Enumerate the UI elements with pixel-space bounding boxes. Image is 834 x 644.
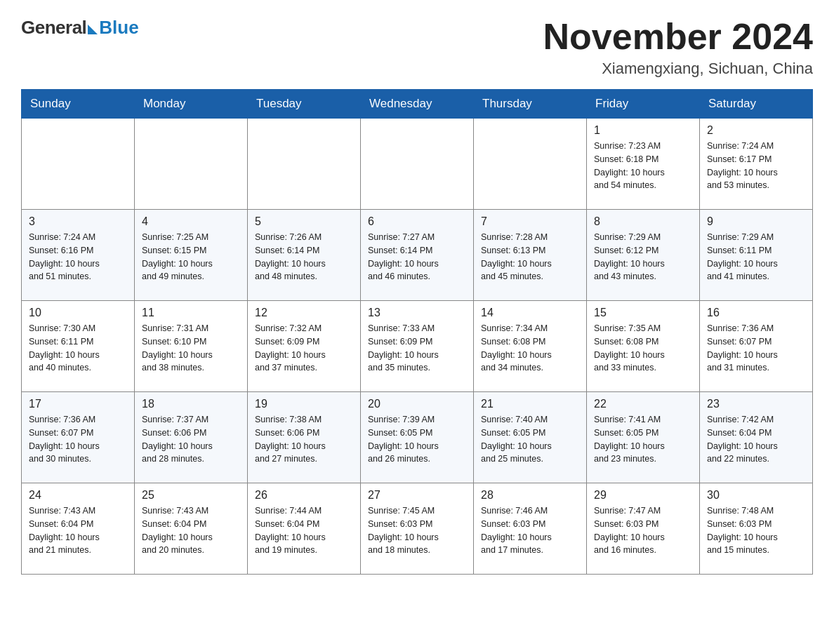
- logo-blue-text: Blue: [99, 17, 138, 39]
- day-info: Sunrise: 7:38 AM Sunset: 6:06 PM Dayligh…: [255, 413, 353, 466]
- page-title: November 2024: [543, 17, 813, 57]
- calendar-header-monday: Monday: [135, 90, 248, 119]
- calendar-cell: [22, 119, 135, 210]
- calendar-cell: 12Sunrise: 7:32 AM Sunset: 6:09 PM Dayli…: [248, 301, 361, 392]
- day-number: 29: [594, 489, 692, 502]
- day-number: 15: [594, 307, 692, 319]
- calendar-table: SundayMondayTuesdayWednesdayThursdayFrid…: [21, 89, 813, 575]
- calendar-cell: 6Sunrise: 7:27 AM Sunset: 6:14 PM Daylig…: [361, 210, 474, 301]
- day-info: Sunrise: 7:30 AM Sunset: 6:11 PM Dayligh…: [29, 322, 127, 375]
- calendar-week-row: 17Sunrise: 7:36 AM Sunset: 6:07 PM Dayli…: [22, 392, 813, 483]
- day-number: 28: [481, 489, 579, 502]
- calendar-week-row: 1Sunrise: 7:23 AM Sunset: 6:18 PM Daylig…: [22, 119, 813, 210]
- calendar-cell: 25Sunrise: 7:43 AM Sunset: 6:04 PM Dayli…: [135, 483, 248, 575]
- day-number: 20: [368, 398, 466, 410]
- day-number: 9: [707, 215, 805, 228]
- day-info: Sunrise: 7:48 AM Sunset: 6:03 PM Dayligh…: [707, 504, 805, 557]
- day-number: 1: [594, 124, 692, 137]
- calendar-cell: [361, 119, 474, 210]
- day-info: Sunrise: 7:41 AM Sunset: 6:05 PM Dayligh…: [594, 413, 692, 466]
- calendar-cell: 20Sunrise: 7:39 AM Sunset: 6:05 PM Dayli…: [361, 392, 474, 483]
- calendar-cell: 21Sunrise: 7:40 AM Sunset: 6:05 PM Dayli…: [474, 392, 587, 483]
- day-number: 12: [255, 307, 353, 319]
- day-info: Sunrise: 7:23 AM Sunset: 6:18 PM Dayligh…: [594, 140, 692, 192]
- calendar-header-tuesday: Tuesday: [248, 90, 361, 119]
- day-number: 2: [707, 124, 805, 137]
- calendar-header-wednesday: Wednesday: [361, 90, 474, 119]
- day-info: Sunrise: 7:29 AM Sunset: 6:11 PM Dayligh…: [707, 231, 805, 283]
- day-number: 14: [481, 307, 579, 319]
- calendar-cell: 27Sunrise: 7:45 AM Sunset: 6:03 PM Dayli…: [361, 483, 474, 575]
- day-number: 21: [481, 398, 579, 410]
- calendar-cell: 13Sunrise: 7:33 AM Sunset: 6:09 PM Dayli…: [361, 301, 474, 392]
- calendar-header-saturday: Saturday: [700, 90, 813, 119]
- calendar-cell: 4Sunrise: 7:25 AM Sunset: 6:15 PM Daylig…: [135, 210, 248, 301]
- calendar-cell: 18Sunrise: 7:37 AM Sunset: 6:06 PM Dayli…: [135, 392, 248, 483]
- day-info: Sunrise: 7:25 AM Sunset: 6:15 PM Dayligh…: [142, 231, 240, 283]
- day-info: Sunrise: 7:24 AM Sunset: 6:17 PM Dayligh…: [707, 140, 805, 192]
- day-number: 23: [707, 398, 805, 410]
- calendar-week-row: 10Sunrise: 7:30 AM Sunset: 6:11 PM Dayli…: [22, 301, 813, 392]
- calendar-cell: 5Sunrise: 7:26 AM Sunset: 6:14 PM Daylig…: [248, 210, 361, 301]
- calendar-cell: 11Sunrise: 7:31 AM Sunset: 6:10 PM Dayli…: [135, 301, 248, 392]
- calendar-cell: 9Sunrise: 7:29 AM Sunset: 6:11 PM Daylig…: [700, 210, 813, 301]
- day-info: Sunrise: 7:43 AM Sunset: 6:04 PM Dayligh…: [29, 504, 127, 557]
- day-info: Sunrise: 7:36 AM Sunset: 6:07 PM Dayligh…: [707, 322, 805, 375]
- day-info: Sunrise: 7:47 AM Sunset: 6:03 PM Dayligh…: [594, 504, 692, 557]
- day-info: Sunrise: 7:29 AM Sunset: 6:12 PM Dayligh…: [594, 231, 692, 283]
- calendar-header-sunday: Sunday: [22, 90, 135, 119]
- day-info: Sunrise: 7:45 AM Sunset: 6:03 PM Dayligh…: [368, 504, 466, 557]
- day-number: 25: [142, 489, 240, 502]
- calendar-cell: 26Sunrise: 7:44 AM Sunset: 6:04 PM Dayli…: [248, 483, 361, 575]
- day-info: Sunrise: 7:27 AM Sunset: 6:14 PM Dayligh…: [368, 231, 466, 283]
- calendar-cell: 28Sunrise: 7:46 AM Sunset: 6:03 PM Dayli…: [474, 483, 587, 575]
- calendar-cell: 15Sunrise: 7:35 AM Sunset: 6:08 PM Dayli…: [587, 301, 700, 392]
- day-info: Sunrise: 7:32 AM Sunset: 6:09 PM Dayligh…: [255, 322, 353, 375]
- day-info: Sunrise: 7:40 AM Sunset: 6:05 PM Dayligh…: [481, 413, 579, 466]
- day-number: 11: [142, 307, 240, 319]
- day-info: Sunrise: 7:44 AM Sunset: 6:04 PM Dayligh…: [255, 504, 353, 557]
- day-number: 30: [707, 489, 805, 502]
- day-number: 19: [255, 398, 353, 410]
- day-info: Sunrise: 7:31 AM Sunset: 6:10 PM Dayligh…: [142, 322, 240, 375]
- day-number: 8: [594, 215, 692, 228]
- calendar-cell: 10Sunrise: 7:30 AM Sunset: 6:11 PM Dayli…: [22, 301, 135, 392]
- page-header: General Blue November 2024 Xiamengxiang,…: [21, 17, 813, 78]
- calendar-week-row: 3Sunrise: 7:24 AM Sunset: 6:16 PM Daylig…: [22, 210, 813, 301]
- day-number: 17: [29, 398, 127, 410]
- logo: General Blue: [21, 17, 139, 39]
- day-number: 4: [142, 215, 240, 228]
- calendar-cell: 30Sunrise: 7:48 AM Sunset: 6:03 PM Dayli…: [700, 483, 813, 575]
- day-number: 10: [29, 307, 127, 319]
- calendar-cell: 23Sunrise: 7:42 AM Sunset: 6:04 PM Dayli…: [700, 392, 813, 483]
- calendar-cell: 29Sunrise: 7:47 AM Sunset: 6:03 PM Dayli…: [587, 483, 700, 575]
- calendar-header-friday: Friday: [587, 90, 700, 119]
- day-info: Sunrise: 7:39 AM Sunset: 6:05 PM Dayligh…: [368, 413, 466, 466]
- calendar-cell: 8Sunrise: 7:29 AM Sunset: 6:12 PM Daylig…: [587, 210, 700, 301]
- day-number: 3: [29, 215, 127, 228]
- day-info: Sunrise: 7:24 AM Sunset: 6:16 PM Dayligh…: [29, 231, 127, 283]
- calendar-cell: 19Sunrise: 7:38 AM Sunset: 6:06 PM Dayli…: [248, 392, 361, 483]
- calendar-cell: 2Sunrise: 7:24 AM Sunset: 6:17 PM Daylig…: [700, 119, 813, 210]
- day-number: 22: [594, 398, 692, 410]
- logo-triangle-icon: [88, 25, 98, 34]
- day-info: Sunrise: 7:28 AM Sunset: 6:13 PM Dayligh…: [481, 231, 579, 283]
- calendar-cell: 22Sunrise: 7:41 AM Sunset: 6:05 PM Dayli…: [587, 392, 700, 483]
- day-number: 16: [707, 307, 805, 319]
- calendar-cell: 7Sunrise: 7:28 AM Sunset: 6:13 PM Daylig…: [474, 210, 587, 301]
- title-block: November 2024 Xiamengxiang, Sichuan, Chi…: [543, 17, 813, 78]
- calendar-cell: 16Sunrise: 7:36 AM Sunset: 6:07 PM Dayli…: [700, 301, 813, 392]
- day-number: 26: [255, 489, 353, 502]
- day-info: Sunrise: 7:33 AM Sunset: 6:09 PM Dayligh…: [368, 322, 466, 375]
- day-info: Sunrise: 7:35 AM Sunset: 6:08 PM Dayligh…: [594, 322, 692, 375]
- calendar-cell: 24Sunrise: 7:43 AM Sunset: 6:04 PM Dayli…: [22, 483, 135, 575]
- calendar-week-row: 24Sunrise: 7:43 AM Sunset: 6:04 PM Dayli…: [22, 483, 813, 575]
- day-info: Sunrise: 7:26 AM Sunset: 6:14 PM Dayligh…: [255, 231, 353, 283]
- day-number: 7: [481, 215, 579, 228]
- day-info: Sunrise: 7:46 AM Sunset: 6:03 PM Dayligh…: [481, 504, 579, 557]
- page-subtitle: Xiamengxiang, Sichuan, China: [543, 60, 813, 78]
- calendar-cell: 3Sunrise: 7:24 AM Sunset: 6:16 PM Daylig…: [22, 210, 135, 301]
- calendar-cell: 1Sunrise: 7:23 AM Sunset: 6:18 PM Daylig…: [587, 119, 700, 210]
- calendar-cell: 17Sunrise: 7:36 AM Sunset: 6:07 PM Dayli…: [22, 392, 135, 483]
- calendar-header-row: SundayMondayTuesdayWednesdayThursdayFrid…: [22, 90, 813, 119]
